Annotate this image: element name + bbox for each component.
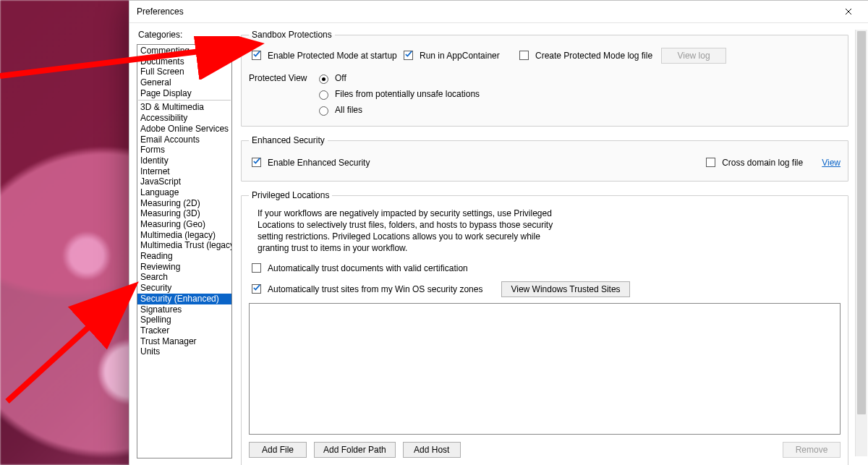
pm-logfile-checkbox[interactable] — [519, 51, 529, 60]
scrollbar[interactable] — [855, 30, 867, 456]
category-item[interactable]: Measuring (Geo) — [137, 219, 231, 230]
categories-list[interactable]: CommentingDocumentsFull ScreenGeneralPag… — [137, 44, 232, 458]
titlebar: Preferences — [129, 1, 868, 23]
enable-enhanced-label: Enable Enhanced Security — [268, 158, 370, 168]
close-button[interactable] — [834, 1, 863, 22]
privileged-group: Privileged Locations If your workflows a… — [241, 190, 848, 465]
pm-logfile-label: Create Protected Mode log file — [535, 51, 652, 61]
auto-trust-cert-checkbox[interactable] — [252, 263, 261, 273]
cross-domain-checkbox[interactable] — [706, 158, 715, 167]
categories-label: Categories: — [138, 30, 231, 40]
category-item[interactable]: Commenting — [137, 46, 231, 56]
pv-unsafe-label: Files from potentially unsafe locations — [335, 89, 480, 99]
category-item[interactable]: Multimedia Trust (legacy) — [137, 240, 231, 251]
category-item[interactable]: Security (Enhanced) — [137, 294, 231, 304]
category-item[interactable]: Internet — [137, 166, 231, 177]
category-item[interactable]: Identity — [137, 155, 231, 166]
enable-protected-checkbox[interactable] — [252, 51, 261, 60]
enhanced-group: Enhanced Security Enable Enhanced Securi… — [241, 135, 848, 182]
category-item[interactable]: Adobe Online Services — [137, 124, 231, 135]
category-item[interactable]: General — [137, 77, 231, 88]
category-item[interactable]: Measuring (3D) — [137, 208, 231, 219]
pv-all-radio[interactable] — [319, 106, 328, 116]
view-trusted-sites-button[interactable]: View Windows Trusted Sites — [501, 281, 629, 297]
preferences-dialog: Preferences Categories: CommentingDocume… — [129, 0, 868, 465]
category-item[interactable]: Tracker — [137, 325, 231, 336]
category-item[interactable]: Multimedia (legacy) — [137, 230, 231, 241]
category-item[interactable]: JavaScript — [137, 176, 231, 187]
category-item[interactable]: Measuring (2D) — [137, 198, 231, 209]
scrollbar-thumb[interactable] — [857, 31, 866, 414]
category-item[interactable]: Signatures — [137, 304, 231, 315]
category-item[interactable]: Full Screen — [137, 67, 231, 77]
enable-protected-label: Enable Protected Mode at startup — [268, 51, 397, 61]
category-item[interactable]: Email Accounts — [137, 135, 231, 145]
category-item[interactable]: Spelling — [137, 315, 231, 325]
add-file-button[interactable]: Add File — [249, 442, 307, 458]
category-separator — [138, 100, 231, 101]
category-item[interactable]: Reviewing — [137, 262, 231, 273]
content-pane: Sandbox Protections Enable Protected Mod… — [241, 30, 861, 465]
enhanced-view-link[interactable]: View — [822, 158, 841, 168]
auto-trust-win-label: Automatically trust sites from my Win OS… — [268, 284, 482, 294]
category-item[interactable]: Trust Manager — [137, 336, 231, 347]
remove-button[interactable]: Remove — [783, 442, 841, 458]
category-item[interactable]: Documents — [137, 56, 231, 67]
protected-view-label: Protected View — [249, 73, 311, 83]
close-icon — [845, 8, 852, 15]
pv-unsafe-radio[interactable] — [319, 90, 328, 100]
privileged-legend: Privileged Locations — [249, 190, 332, 200]
cross-domain-label: Cross domain log file — [722, 158, 803, 168]
add-host-button[interactable]: Add Host — [403, 442, 461, 458]
category-item[interactable]: Accessibility — [137, 113, 231, 124]
sandbox-group: Sandbox Protections Enable Protected Mod… — [241, 30, 848, 127]
window-title: Preferences — [137, 7, 184, 17]
auto-trust-win-checkbox[interactable] — [252, 284, 261, 294]
category-item[interactable]: 3D & Multimedia — [137, 102, 231, 113]
appcontainer-label: Run in AppContainer — [420, 51, 500, 61]
category-item[interactable]: Language — [137, 187, 231, 198]
sandbox-legend: Sandbox Protections — [249, 30, 335, 40]
category-item[interactable]: Security — [137, 283, 231, 294]
enable-enhanced-checkbox[interactable] — [252, 158, 261, 167]
appcontainer-checkbox[interactable] — [404, 51, 413, 60]
pv-off-radio[interactable] — [319, 74, 328, 84]
category-item[interactable]: Search — [137, 272, 231, 283]
category-item[interactable]: Reading — [137, 251, 231, 262]
category-item[interactable]: Units — [137, 346, 231, 357]
pv-off-label: Off — [335, 73, 346, 83]
auto-trust-cert-label: Automatically trust documents with valid… — [268, 263, 468, 273]
category-item[interactable]: Page Display — [137, 88, 231, 99]
add-folder-button[interactable]: Add Folder Path — [314, 442, 396, 458]
privileged-list[interactable] — [249, 303, 841, 435]
view-log-button[interactable]: View log — [661, 48, 726, 64]
category-item[interactable]: Forms — [137, 145, 231, 155]
enhanced-legend: Enhanced Security — [249, 135, 328, 145]
pv-all-label: All files — [335, 105, 362, 115]
privileged-desc: If your workflows are negatively impacte… — [258, 208, 561, 254]
